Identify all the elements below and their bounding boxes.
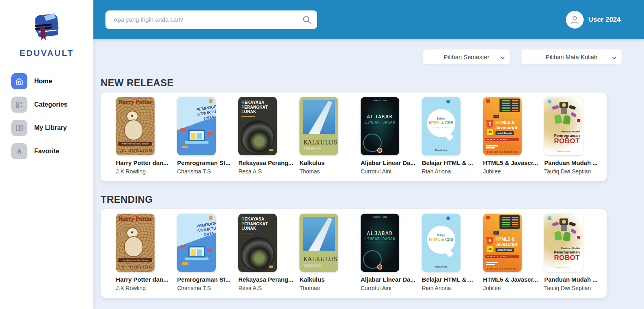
- book-title: Belajar HTML & ...: [422, 159, 469, 166]
- cover-title: Harry Potter: [116, 216, 155, 222]
- book-card[interactable]: Belajar HTML & CSS ─────────────── Rian …: [422, 214, 469, 291]
- new-release-panel: Harry Potter Harry Potter dan Batu Bertu…: [101, 93, 607, 181]
- book-card[interactable]: REKAYASA PERANGKAT LUNAK ━━━━━━━━━━━ Rek…: [238, 97, 286, 175]
- home-icon: [11, 73, 27, 89]
- sidebar-item-home[interactable]: Home: [11, 73, 93, 89]
- tag-illustration: [180, 128, 186, 131]
- course-select[interactable]: Pilihan Mata Kuliah: [521, 49, 622, 64]
- book-author: Rian Ariona: [422, 285, 469, 291]
- library-icon: [11, 120, 27, 136]
- book-cover-art-aljabar: CURROTUL AINI ALJABAR LINEAR DASAR: [361, 214, 399, 272]
- cover-tagline-rule: ───────────────: [422, 243, 460, 245]
- monitor-illustration: [512, 100, 518, 111]
- robot-illustration: [554, 231, 562, 241]
- book-card[interactable]: Panduan Mudah Pemrograman ROBOT Taufiq D…: [544, 214, 592, 291]
- book-cover: PEMROGRAMANSTRUKTUR DATA: [177, 97, 216, 155]
- cover-title: PEMROGRAMANSTRUKTUR DATA: [178, 221, 215, 232]
- javascript-logo-icon: JS: [487, 129, 493, 135]
- book-card[interactable]: PEMROGRAMANSTRUKTUR DATA Pemrograman St.…: [177, 97, 225, 175]
- cover-title: ALJABAR: [361, 114, 399, 119]
- book-title: Rekayasa Perang...: [238, 159, 286, 166]
- cover-kicker: Belajar: [422, 234, 460, 237]
- book-cover: <-> 5 JS HTML5 & Javascript untuk Pemula…: [483, 214, 522, 272]
- book-author: Rian Ariona: [422, 168, 469, 175]
- trending-book-row: Harry Potter Harry Potter dan Batu Bertu…: [101, 209, 607, 291]
- book-author: Charisma T.S: [177, 168, 225, 175]
- cover-subtitle: Harry Potter dan Batu Bertuah: [118, 258, 152, 262]
- book-card[interactable]: <-> 5 JS HTML5 & Javascript untuk Pemula…: [483, 214, 530, 291]
- book-card[interactable]: Panduan Mudah Pemrograman ROBOT Taufiq D…: [544, 97, 592, 175]
- owl-illustration: [124, 236, 143, 257]
- user-menu[interactable]: User 2024: [566, 11, 621, 29]
- publisher-mark: [209, 216, 213, 220]
- book-title: Aljabar Linear Da...: [361, 159, 408, 166]
- book-author: Charisma T.S: [177, 285, 225, 291]
- cover-title: HTML5 &: [495, 120, 515, 125]
- categories-icon: [11, 97, 27, 113]
- robot-illustration: [561, 108, 567, 114]
- cover-author: JUBILEE ENTERPRISE: [483, 151, 522, 153]
- cover-author: JUBILEE ENTERPRISE: [483, 268, 522, 270]
- cover-title: ROBOT: [544, 254, 580, 262]
- book-cover: KALKULUS THOMAS: [299, 97, 338, 155]
- circuit-line: [365, 243, 394, 243]
- book-author: Thomas: [299, 168, 347, 175]
- cover-badge: untuk Pemula: [495, 248, 514, 252]
- book-card[interactable]: REKAYASA PERANGKAT LUNAK ━━━━━━━━━━━ Rek…: [238, 214, 286, 291]
- book-card[interactable]: <-> 5 JS HTML5 & Javascript untuk Pemula…: [483, 97, 530, 175]
- publisher-mark: [446, 100, 450, 103]
- main-content: Pilihan Semester Pilihan Mata Kuliah NEW…: [93, 39, 644, 298]
- bar-decoration: [486, 145, 498, 146]
- robot-illustration: [570, 229, 577, 234]
- cover-title: Javascript: [495, 242, 517, 247]
- app-logo: EDUVAULT: [0, 0, 93, 58]
- cover-kicker: Panduan Mudah: [544, 247, 580, 249]
- book-title: HTML5 & Javascr...: [483, 276, 530, 283]
- cover-title: HTML & CSS: [422, 121, 460, 125]
- book-card[interactable]: CURROTUL AINI ALJABAR LINEAR DASAR Aljab…: [361, 214, 408, 291]
- book-card[interactable]: Harry Potter Harry Potter dan Batu Bertu…: [116, 97, 163, 175]
- cover-title: KALKULUS: [303, 256, 338, 262]
- book-cover: Panduan Mudah Pemrograman ROBOT Taufiq D…: [544, 214, 583, 272]
- sidebar: EDUVAULT Home Categories: [0, 0, 93, 309]
- html5-logo-icon: 5: [486, 237, 493, 245]
- monitor-illustration: [502, 100, 510, 111]
- sidebar-item-my-library[interactable]: My Library: [11, 120, 93, 136]
- book-cover: Belajar HTML & CSS ─────────────── Rian …: [422, 214, 460, 272]
- book-cover: <-> 5 JS HTML5 & Javascript untuk Pemula…: [483, 97, 522, 155]
- book-cover: Harry Potter Harry Potter dan Batu Bertu…: [116, 97, 155, 155]
- cover-author: Rian Ariona: [422, 266, 460, 268]
- book-cover-art-html5-js: <-> 5 JS HTML5 & Javascript untuk Pemula…: [483, 214, 522, 272]
- sidebar-item-favorite[interactable]: Favorite: [11, 143, 93, 159]
- book-title: Pemrograman St...: [177, 159, 225, 166]
- book-card[interactable]: Belajar HTML & CSS ─────────────── Rian …: [422, 97, 469, 175]
- cover-author: Taufiq Dwi Septian: [544, 267, 583, 269]
- cover-badge: untuk Pemula: [495, 131, 514, 135]
- cover-title: HTML & CSS: [422, 237, 460, 242]
- cover-subtitle: THOMAS: [303, 264, 321, 268]
- sidebar-item-categories[interactable]: Categories: [11, 97, 93, 113]
- cover-subtitle-rule: ━━━━━━━━━━━: [242, 115, 255, 117]
- cover-title: Harry Potter: [116, 99, 155, 105]
- book-card[interactable]: KALKULUS THOMAS Kalkulus Thomas: [299, 214, 347, 291]
- book-author: Currotul Aini: [361, 285, 408, 291]
- book-author: J.K Rowling: [116, 168, 163, 175]
- cover-subtitle-rule: ━━━━━━━━━━━: [242, 232, 255, 234]
- laptop-illustration: [185, 141, 208, 144]
- cover-author: J.K. ROWLING: [116, 265, 155, 269]
- book-card[interactable]: Harry Potter Harry Potter dan Batu Bertu…: [116, 214, 163, 291]
- cover-title: ROBOT: [544, 137, 580, 145]
- book-card[interactable]: CURROTUL AINI ALJABAR LINEAR DASAR Aljab…: [361, 97, 408, 175]
- book-author: Resa A.S: [238, 285, 286, 291]
- semester-select[interactable]: Pilihan Semester: [423, 49, 510, 64]
- book-author: Thomas: [299, 285, 347, 291]
- search-icon[interactable]: [302, 15, 312, 26]
- robot-illustration: [563, 115, 571, 125]
- book-card[interactable]: KALKULUS THOMAS Kalkulus Thomas: [299, 97, 347, 175]
- laptop-illustration: [185, 258, 208, 260]
- book-card[interactable]: PEMROGRAMANSTRUKTUR DATA Pemrograman St.…: [177, 214, 225, 291]
- publisher-mark: [547, 216, 551, 220]
- book-cover-art-belajar-html: Belajar HTML & CSS ─────────────── Rian …: [422, 214, 460, 272]
- book-cover: REKAYASA PERANGKAT LUNAK ━━━━━━━━━━━: [238, 97, 277, 155]
- search-input[interactable]: [105, 10, 317, 29]
